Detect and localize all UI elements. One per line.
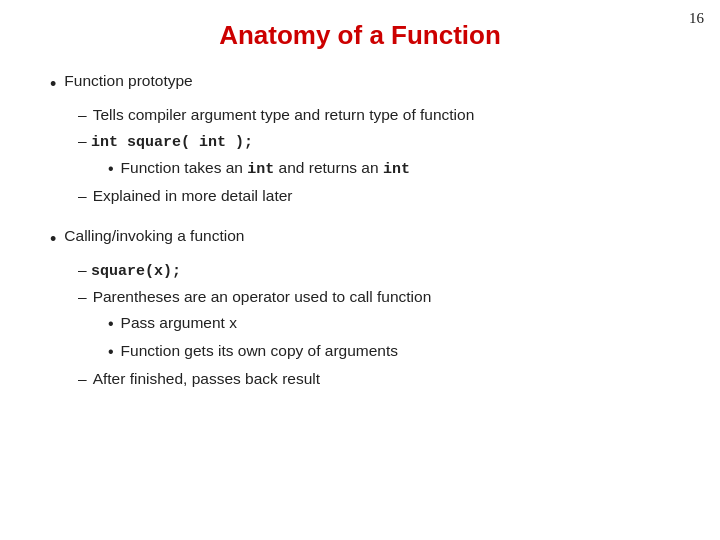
- slide: 16 Anatomy of a Function • Function prot…: [0, 0, 720, 540]
- gap1: [40, 210, 680, 224]
- section1-sub4: – Explained in more detail later: [78, 184, 680, 208]
- section1-sub2-text: – int square( int );: [78, 129, 680, 154]
- section1-sub3: • Function takes an int and returns an i…: [108, 156, 680, 182]
- section2-sub1: – square(x);: [78, 258, 680, 283]
- section2-sub2-text: Parentheses are an operator used to call…: [93, 285, 680, 309]
- section1-sub4-text: Explained in more detail later: [93, 184, 680, 208]
- section1-sub1: – Tells compiler argument type and retur…: [78, 103, 680, 127]
- bullet-dot-2-4: •: [108, 340, 114, 365]
- section1-text: Function prototype: [64, 69, 680, 93]
- dash-4: –: [78, 367, 87, 391]
- slide-number: 16: [689, 10, 704, 27]
- bullet-dot-2-3: •: [108, 312, 114, 337]
- dash-2: –: [78, 184, 87, 208]
- section2-sub3-text: Pass argument x: [121, 311, 680, 335]
- code-prototype: int square( int );: [91, 134, 253, 151]
- section2-sub1-text: – square(x);: [78, 258, 680, 283]
- section2-sub5-text: After finished, passes back result: [93, 367, 680, 391]
- section2-text: Calling/invoking a function: [64, 224, 680, 248]
- dash-3: –: [78, 285, 87, 309]
- code-int-2: int: [383, 161, 410, 178]
- bullet-dot-2: •: [50, 226, 56, 254]
- section1-sub3-text: Function takes an int and returns an int: [121, 156, 680, 181]
- code-square-call: square(x);: [91, 263, 181, 280]
- section1-sub1-text: Tells compiler argument type and return …: [93, 103, 680, 127]
- bullet-dot-1-3: •: [108, 157, 114, 182]
- section2-sub2: – Parentheses are an operator used to ca…: [78, 285, 680, 309]
- slide-content: • Function prototype – Tells compiler ar…: [40, 69, 680, 391]
- section2-sub5: – After finished, passes back result: [78, 367, 680, 391]
- dash-1: –: [78, 103, 87, 127]
- code-int-1: int: [247, 161, 274, 178]
- slide-title: Anatomy of a Function: [40, 20, 680, 51]
- section1-bullet: • Function prototype: [50, 69, 680, 99]
- section2-sub4-text: Function gets its own copy of arguments: [121, 339, 680, 363]
- section1-sub2: – int square( int );: [78, 129, 680, 154]
- section2-bullet: • Calling/invoking a function: [50, 224, 680, 254]
- bullet-dot-1: •: [50, 71, 56, 99]
- section2-sub4: • Function gets its own copy of argument…: [108, 339, 680, 365]
- section2-sub3: • Pass argument x: [108, 311, 680, 337]
